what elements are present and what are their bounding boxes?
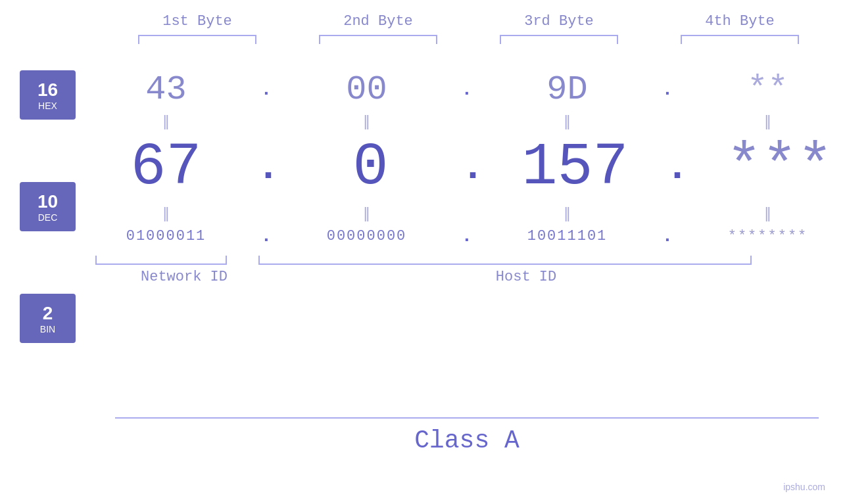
bracket-3 [469, 35, 650, 44]
dec-dot-2: . [461, 148, 485, 187]
byte-label-1: 1st Byte [107, 13, 288, 30]
dec-dot-3: . [665, 148, 689, 187]
class-label: Class A [115, 426, 819, 455]
network-bracket [95, 256, 227, 265]
dec-val-4: *** [689, 134, 845, 201]
bin-badge: 2 BIN [20, 294, 76, 343]
bracket-top-2 [319, 35, 437, 44]
bin-num: 2 [43, 303, 53, 324]
bracket-top-4 [681, 35, 799, 44]
base-labels: 16 HEX 10 DEC 2 BIN [20, 51, 76, 405]
bin-val-3: 10011101 [477, 228, 658, 244]
eq1-cell2: ‖ [276, 113, 457, 130]
dec-row: 67 . 0 . 157 . *** [76, 134, 845, 201]
bracket-2 [288, 35, 469, 44]
bin-val-2: 00000000 [276, 228, 457, 244]
eq2-cell2: ‖ [276, 205, 457, 222]
hex-dot-3: . [658, 80, 677, 100]
dec-val-1: 67 [76, 134, 256, 201]
class-section: Class A [0, 417, 845, 455]
dec-val-2: 0 [280, 134, 461, 201]
bin-cell-4: ******** [677, 228, 845, 244]
eq1-cell1: ‖ [76, 113, 256, 130]
eq1-2: ‖ [363, 113, 370, 130]
hex-val-4: ** [677, 70, 845, 109]
hex-val-3: 9D [477, 70, 658, 109]
hex-val-2: 00 [276, 70, 457, 109]
eq1-cell3: ‖ [477, 113, 658, 130]
byte-label-4: 4th Byte [650, 13, 831, 30]
class-line [115, 417, 819, 419]
hex-val-1: 43 [76, 70, 256, 109]
dec-num: 10 [37, 191, 58, 212]
bin-dot-1: . [256, 226, 276, 246]
bottom-brackets [76, 256, 845, 265]
eq2-1: ‖ [162, 205, 170, 222]
bin-dot-3: . [658, 226, 677, 246]
hex-cell-4: ** [677, 70, 845, 109]
bracket-4 [650, 35, 831, 44]
hex-row: 43 . 00 . 9D . ** [76, 70, 845, 109]
dec-cell-2: 0 [280, 134, 461, 201]
top-brackets [0, 35, 845, 44]
dec-val-3: 157 [485, 134, 665, 201]
byte-labels-row: 1st Byte 2nd Byte 3rd Byte 4th Byte [0, 0, 845, 30]
eq2-cell4: ‖ [677, 205, 845, 222]
bracket-top-1 [138, 35, 256, 44]
bin-name: BIN [40, 324, 55, 334]
bin-val-4: ******** [677, 228, 845, 244]
dec-cell-4: *** [689, 134, 845, 201]
watermark: ipshu.com [783, 482, 825, 492]
hex-badge: 16 HEX [20, 70, 76, 120]
dec-dot-1: . [256, 148, 280, 187]
hex-num: 16 [37, 80, 58, 101]
data-columns: 43 . 00 . 9D . ** ‖ [76, 51, 845, 405]
main-container: 1st Byte 2nd Byte 3rd Byte 4th Byte 16 H… [0, 0, 845, 504]
host-id-label: Host ID [273, 269, 779, 285]
bin-cell-1: 01000011 [76, 228, 256, 244]
bin-cell-3: 10011101 [477, 228, 658, 244]
bracket-top-3 [500, 35, 618, 44]
hex-name: HEX [38, 101, 57, 111]
hex-cell-3: 9D [477, 70, 658, 109]
dec-name: DEC [38, 212, 58, 223]
hex-dot-2: . [457, 80, 477, 100]
network-id-label: Network ID [95, 269, 273, 285]
hex-cell-2: 00 [276, 70, 457, 109]
main-data-area: 16 HEX 10 DEC 2 BIN 43 . 00 [0, 51, 845, 405]
bin-row: 01000011 . 00000000 . 10011101 . *******… [76, 226, 845, 246]
equals-row-1: ‖ ‖ ‖ ‖ [76, 113, 845, 130]
eq2-2: ‖ [363, 205, 370, 222]
host-bracket [258, 256, 752, 265]
eq1-4: ‖ [764, 113, 771, 130]
bottom-labels: Network ID Host ID [76, 269, 845, 285]
hex-dot-1: . [256, 80, 276, 100]
eq2-cell3: ‖ [477, 205, 658, 222]
bracket-1 [107, 35, 288, 44]
eq1-cell4: ‖ [677, 113, 845, 130]
dec-badge: 10 DEC [20, 182, 76, 231]
equals-row-2: ‖ ‖ ‖ ‖ [76, 205, 845, 222]
byte-label-2: 2nd Byte [288, 13, 469, 30]
eq2-3: ‖ [564, 205, 571, 222]
eq2-cell1: ‖ [76, 205, 256, 222]
eq1-3: ‖ [564, 113, 571, 130]
hex-cell-1: 43 [76, 70, 256, 109]
bin-cell-2: 00000000 [276, 228, 457, 244]
bin-dot-2: . [457, 226, 477, 246]
byte-label-3: 3rd Byte [469, 13, 650, 30]
bin-val-1: 01000011 [76, 228, 256, 244]
dec-cell-3: 157 [485, 134, 665, 201]
dec-cell-1: 67 [76, 134, 256, 201]
eq1-1: ‖ [162, 113, 170, 130]
eq2-4: ‖ [764, 205, 771, 222]
